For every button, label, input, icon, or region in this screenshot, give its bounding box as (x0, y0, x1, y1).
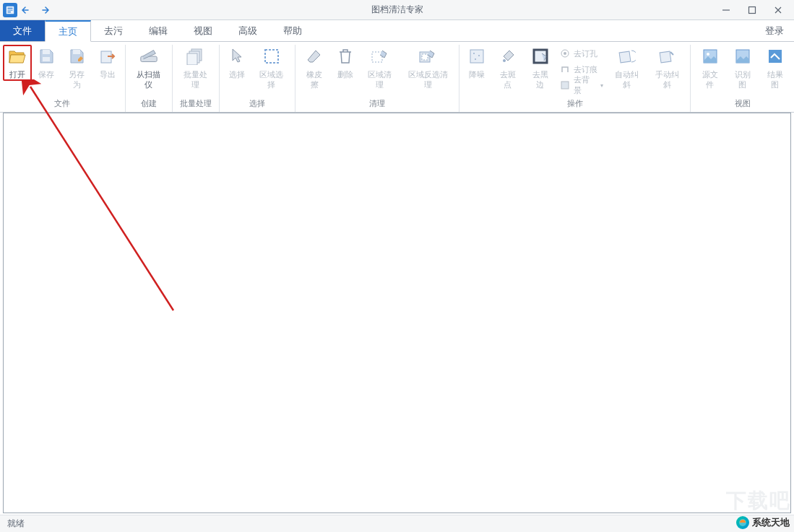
maximize-button[interactable] (739, 1, 765, 19)
marquee-icon (262, 46, 282, 66)
workspace (3, 113, 791, 513)
login-link[interactable]: 登录 (752, 20, 794, 41)
undo-button[interactable] (19, 2, 35, 18)
svg-rect-12 (372, 52, 382, 62)
save-icon (36, 46, 56, 66)
tab-decontaminate[interactable]: 去污 (91, 20, 136, 41)
tab-home[interactable]: 主页 (45, 20, 91, 42)
area-inverse-clean-icon (418, 46, 438, 66)
svg-rect-10 (187, 53, 197, 65)
from-scanner-button[interactable]: 从扫描仪 (129, 45, 169, 91)
dropdown-icon: ▾ (600, 82, 603, 89)
source-file-button[interactable]: 源文件 (694, 45, 726, 91)
result-button[interactable]: 结果图 (759, 45, 791, 91)
save-button[interactable]: 保存 (32, 45, 61, 81)
group-create: 从扫描仪 创建 (126, 45, 173, 112)
black-edge-icon (530, 46, 551, 66)
tab-file[interactable]: 文件 (0, 20, 45, 41)
trash-icon (335, 46, 355, 66)
remove-background-button[interactable]: 去背景 ▾ (559, 78, 603, 92)
recognize-button[interactable]: 识别图 (726, 45, 759, 91)
svg-rect-3 (43, 50, 50, 54)
auto-deskew-button[interactable]: 自动纠斜 (606, 45, 647, 91)
cursor-icon (227, 46, 247, 66)
svg-rect-2 (749, 6, 756, 13)
window-title: 图档清洁专家 (371, 4, 423, 16)
svg-rect-25 (660, 51, 671, 63)
tab-advanced[interactable]: 高级 (225, 20, 270, 41)
open-button[interactable]: 打开 (3, 45, 32, 81)
svg-point-22 (564, 52, 566, 55)
manual-deskew-button[interactable]: 手动纠斜 (647, 45, 687, 91)
group-file: 打开 保存 另存为 导出 文件 (0, 45, 126, 112)
close-button[interactable] (765, 1, 791, 19)
spots-icon (498, 46, 518, 66)
auto-deskew-icon (616, 46, 637, 66)
svg-point-16 (473, 53, 475, 54)
area-select-button[interactable]: 区域选择 (251, 45, 292, 91)
tab-edit[interactable]: 编辑 (136, 20, 181, 41)
remove-black-edge-button[interactable]: 去黑边 (524, 45, 556, 91)
group-clean: 橡皮擦 删除 区域清理 区域反选清理 清理 (295, 45, 460, 112)
group-batch: 批量处理 批量处理 (173, 45, 220, 112)
ribbon: 打开 保存 另存为 导出 文件 (0, 42, 794, 113)
svg-rect-5 (73, 50, 80, 54)
app-icon (3, 3, 17, 17)
svg-point-18 (475, 58, 476, 60)
source-image-icon (700, 46, 720, 66)
denoise-button[interactable]: 降噪 (462, 45, 491, 81)
holes-icon (559, 48, 571, 59)
svg-rect-15 (470, 50, 483, 63)
recognize-image-icon (733, 46, 753, 66)
tab-help[interactable]: 帮助 (270, 20, 315, 41)
watermark-logo: 系统天地 (736, 516, 790, 529)
svg-rect-29 (769, 50, 782, 63)
eraser-button[interactable]: 橡皮擦 (298, 45, 331, 91)
eraser-icon (304, 46, 324, 66)
titlebar: 图档清洁专家 (0, 0, 794, 20)
denoise-icon (467, 46, 487, 66)
area-inverse-clean-button[interactable]: 区域反选清理 (400, 45, 457, 91)
globe-icon (736, 516, 749, 529)
area-clean-icon (370, 46, 390, 66)
minimize-button[interactable] (713, 1, 739, 19)
remove-spots-button[interactable]: 去斑点 (491, 45, 524, 91)
delete-button[interactable]: 删除 (331, 45, 360, 81)
status-text: 就绪 (7, 518, 25, 530)
svg-rect-4 (43, 57, 50, 61)
save-as-button[interactable]: 另存为 (61, 45, 93, 91)
tab-view[interactable]: 视图 (181, 20, 225, 41)
select-button[interactable]: 选择 (223, 45, 251, 81)
background-icon (559, 79, 571, 91)
svg-rect-11 (265, 50, 278, 63)
remove-holes-button[interactable]: 去订孔 (559, 46, 603, 61)
result-image-icon (765, 46, 785, 66)
folder-open-icon (7, 46, 27, 66)
manual-deskew-icon (657, 46, 677, 66)
batch-icon (186, 46, 206, 66)
staples-icon (559, 64, 571, 75)
export-button[interactable]: 导出 (93, 45, 122, 81)
svg-point-17 (478, 55, 480, 56)
tabbar: 文件 主页 去污 编辑 视图 高级 帮助 登录 (0, 20, 794, 42)
redo-button[interactable] (36, 2, 52, 18)
group-select: 选择 区域选择 选择 (220, 45, 295, 112)
svg-point-19 (503, 59, 506, 62)
svg-rect-24 (619, 51, 631, 63)
save-as-icon (66, 46, 87, 66)
export-icon (98, 46, 118, 66)
svg-point-27 (707, 53, 709, 56)
group-view: 源文件 识别图 结果图 视图 (691, 45, 794, 112)
scanner-icon (139, 46, 159, 66)
svg-rect-14 (422, 54, 428, 60)
svg-rect-23 (561, 82, 569, 89)
statusbar: 就绪 (0, 515, 794, 532)
group-operate: 降噪 去斑点 去黑边 去订孔 (459, 45, 691, 112)
area-clean-button[interactable]: 区域清理 (360, 45, 400, 91)
batch-process-button[interactable]: 批量处理 (176, 45, 216, 91)
